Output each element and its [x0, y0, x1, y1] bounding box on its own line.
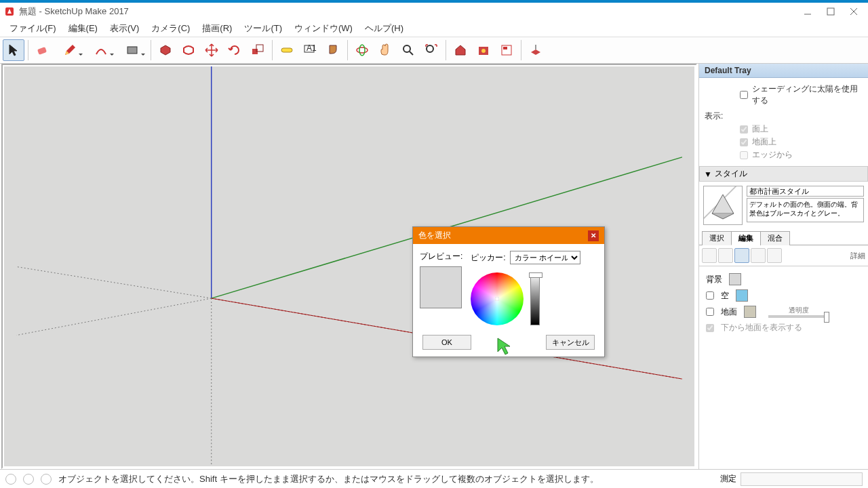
- tool-move[interactable]: [201, 39, 222, 61]
- menu-camera[interactable]: カメラ(C): [146, 21, 195, 36]
- tool-pan[interactable]: [374, 39, 396, 61]
- menu-window[interactable]: ウィンドウ(W): [289, 21, 358, 36]
- svg-rect-6: [127, 47, 137, 54]
- prop-bg: 背景: [706, 273, 861, 285]
- tool-zoom-extents[interactable]: [420, 39, 442, 61]
- svg-rect-9: [281, 48, 292, 52]
- menu-edit[interactable]: 編集(E): [63, 21, 103, 36]
- bg-swatch[interactable]: [729, 273, 741, 285]
- svg-text:A1: A1: [307, 43, 317, 53]
- dialog-close-icon[interactable]: ✕: [588, 230, 599, 241]
- tool-layout[interactable]: [496, 39, 517, 61]
- tool-select[interactable]: [3, 39, 24, 61]
- measure-input[interactable]: [741, 472, 863, 486]
- tool-advanced[interactable]: [525, 39, 547, 61]
- tool-text[interactable]: A1: [299, 39, 321, 61]
- tool-ext-warehouse[interactable]: [473, 39, 494, 61]
- dialog-titlebar[interactable]: 色を選択 ✕: [413, 227, 604, 244]
- tool-arc[interactable]: [86, 39, 116, 61]
- sub-bg[interactable]: [734, 248, 749, 263]
- tool-scale[interactable]: [247, 39, 269, 61]
- color-wheel[interactable]: [471, 272, 524, 325]
- picker-label: ピッカー:: [471, 252, 505, 264]
- svg-rect-2: [827, 8, 834, 15]
- svg-line-24: [16, 266, 212, 298]
- svg-point-13: [359, 45, 365, 56]
- style-desc: デフォルトの面の色。側面の端。背景色はブルースカイとグレー。: [747, 198, 864, 222]
- tool-eraser[interactable]: [32, 39, 54, 61]
- tool-paint[interactable]: [322, 39, 344, 61]
- tool-warehouse[interactable]: [450, 39, 471, 61]
- tray-title: Default Tray: [699, 64, 868, 78]
- svg-point-12: [357, 47, 368, 53]
- menu-tools[interactable]: ツール(T): [239, 21, 288, 36]
- tab-select[interactable]: 選択: [702, 231, 732, 245]
- color-dialog: 色を選択 ✕ プレビュー: ピッカー: カラー ホイール OK キャンセル: [412, 226, 605, 357]
- chk-edge: エッジから: [740, 149, 864, 161]
- tool-pencil[interactable]: [55, 39, 85, 61]
- svg-point-14: [403, 45, 410, 52]
- transparency-slider[interactable]: [768, 315, 829, 318]
- tool-tape[interactable]: [276, 39, 298, 61]
- statusbar: オブジェクトを選択してください。Shift キーを押したまま選択するか、またはマ…: [0, 469, 868, 488]
- maximize-icon[interactable]: [826, 7, 835, 16]
- sb-info-icon[interactable]: [23, 474, 34, 485]
- tray: Default Tray シェーディングに太陽を使用する 表示: 面上 地面上 …: [698, 64, 868, 469]
- section-style[interactable]: ▼スタイル: [699, 166, 868, 182]
- style-name-input[interactable]: [747, 186, 864, 197]
- close-icon[interactable]: [849, 7, 859, 16]
- preview-label: プレビュー:: [420, 251, 462, 262]
- tool-orbit[interactable]: [351, 39, 373, 61]
- tool-offset[interactable]: [178, 39, 199, 61]
- menu-help[interactable]: ヘルプ(H): [359, 21, 409, 36]
- sb-help-icon[interactable]: [5, 474, 16, 485]
- svg-point-18: [481, 49, 486, 53]
- status-hint: オブジェクトを選択してください。Shift キーを押したまま選択するか、またはマ…: [58, 473, 599, 485]
- prop-ground[interactable]: 地面 透明度: [706, 306, 861, 318]
- svg-line-25: [16, 298, 212, 336]
- display-label: 表示:: [705, 110, 864, 122]
- measure-label: 測定: [720, 473, 736, 485]
- menu-draw[interactable]: 描画(R): [197, 21, 237, 36]
- tool-rotate[interactable]: [224, 39, 245, 61]
- style-thumbnail[interactable]: [703, 186, 743, 225]
- sub-model[interactable]: [767, 248, 782, 263]
- sub-edge[interactable]: [702, 248, 717, 263]
- svg-line-15: [410, 52, 413, 55]
- window-title: 無題 - SketchUp Make 2017: [19, 5, 129, 18]
- chk-shade-sun[interactable]: シェーディングに太陽を使用する: [740, 83, 864, 106]
- minimize-icon[interactable]: [803, 7, 812, 16]
- titlebar: 無題 - SketchUp Make 2017: [0, 3, 868, 20]
- app-icon: [4, 6, 15, 17]
- prop-sky[interactable]: 空: [706, 289, 861, 302]
- ground-swatch[interactable]: [744, 306, 756, 318]
- ok-button[interactable]: OK: [422, 335, 471, 350]
- menu-file[interactable]: ファイル(F): [4, 21, 62, 36]
- menu-view[interactable]: 表示(V): [104, 21, 144, 36]
- svg-rect-5: [37, 47, 47, 55]
- chk-face: 面上: [740, 123, 864, 135]
- chk-ground: 地面上: [740, 136, 864, 148]
- preview-swatch: [420, 266, 462, 308]
- prop-below: 下から地面を表示する: [706, 322, 861, 333]
- toolbar: A1: [0, 37, 868, 64]
- sub-watermark[interactable]: [751, 248, 766, 263]
- sky-swatch[interactable]: [736, 289, 748, 302]
- tab-edit[interactable]: 編集: [731, 231, 761, 245]
- sb-user-icon[interactable]: [41, 474, 52, 485]
- menubar: ファイル(F) 編集(E) 表示(V) カメラ(C) 描画(R) ツール(T) …: [0, 20, 868, 37]
- tool-rectangle[interactable]: [117, 39, 147, 61]
- svg-rect-20: [503, 47, 507, 49]
- tab-mix[interactable]: 混合: [760, 231, 790, 245]
- sub-face[interactable]: [718, 248, 733, 263]
- cancel-button[interactable]: キャンセル: [546, 335, 595, 350]
- sub-label: 詳細: [850, 251, 865, 261]
- tool-zoom[interactable]: [397, 39, 419, 61]
- tool-pushpull[interactable]: [155, 39, 176, 61]
- picker-mode-select[interactable]: カラー ホイール: [510, 251, 580, 264]
- svg-point-16: [427, 45, 433, 52]
- value-slider[interactable]: [530, 272, 540, 325]
